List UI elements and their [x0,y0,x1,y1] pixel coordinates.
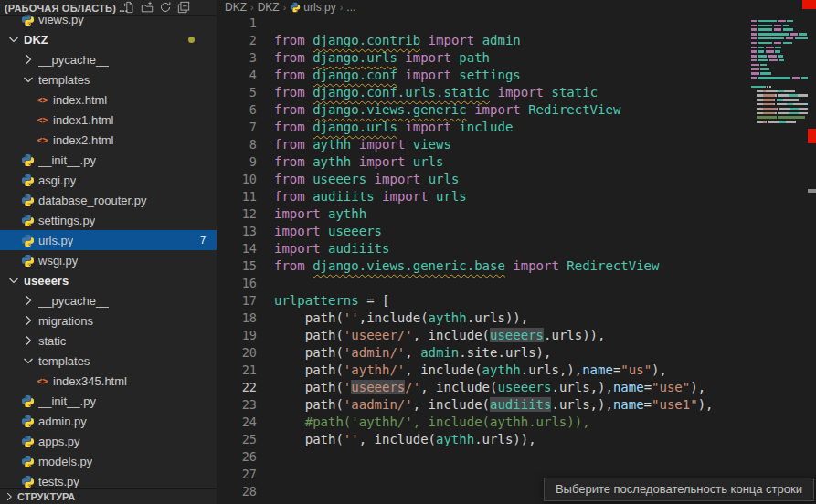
python-file-icon [20,434,36,448]
code-line-3[interactable]: 3from django.urls import path [217,49,747,67]
tree-item-label: migrations [38,314,93,328]
tree-item-models.py[interactable]: models.py [0,451,217,471]
code-text: urlpatterns = [ [274,292,389,310]
line-number: 15 [217,257,257,275]
breadcrumb-separator: › [250,2,254,13]
tree-item-urls.py[interactable]: urls.py7 [0,230,217,250]
line-number: 27 [217,466,257,483]
code-line-20[interactable]: 20 path('admin/', admin.site.urls), [217,344,747,362]
tree-item-templates[interactable]: templates [0,351,217,371]
tree-item-label: index2.html [53,133,113,147]
tree-item-database_roouter.py[interactable]: database_roouter.py [0,190,217,210]
error-marker-mid [808,129,816,143]
code-text: path('useeers/', include(useeers.urls,),… [274,379,705,396]
code-line-23[interactable]: 23 path('aadmin/', include(audiiits.urls… [217,396,747,414]
code-text: from audiiits import urls [274,188,467,205]
breadcrumb-item[interactable]: DKZ [258,1,280,14]
python-file-icon [20,193,36,207]
tree-item-admin.py[interactable]: admin.py [0,411,217,431]
code-line-19[interactable]: 19 path('useeer/', include(useeers.urls)… [217,327,747,344]
breadcrumb-separator: › [283,2,287,13]
tree-item-static[interactable]: static [0,331,217,351]
eol-tooltip-text: Выберите последовательность конца строки [556,482,802,496]
code-text: import aythh [274,205,366,223]
code-line-13[interactable]: 13import useeers [217,223,747,240]
tree-item-index2.html[interactable]: <>index2.html [0,130,217,150]
line-number: 12 [217,205,257,223]
python-file-icon [20,233,36,247]
tree-item-templates[interactable]: templates [0,69,217,89]
overview-ruler[interactable] [808,0,816,504]
chevron-down-icon [5,32,21,47]
code-line-7[interactable]: 7from django.urls import include [217,119,747,136]
python-file-icon [20,173,36,187]
code-line-1[interactable]: 1 [217,15,747,32]
refresh-icon[interactable] [158,0,173,15]
explorer-sidebar: views.pyDKZ__pycache__templates<>index.h… [0,0,217,504]
code-line-8[interactable]: 8from aythh import views [217,136,747,153]
code-area[interactable]: 12from django.contrib import admin3from … [217,15,747,500]
line-number: 6 [217,101,257,119]
code-line-9[interactable]: 9from aythh import urls [217,153,747,171]
breadcrumb-separator: › [340,2,344,13]
code-text: path('aythh/', include(aythh.urls,),name… [274,362,667,379]
code-line-25[interactable]: 25 path('', include(aythh.urls)), [217,431,747,448]
code-line-10[interactable]: 10from useeers import urls [217,171,747,188]
outline-section-header[interactable]: СТРУКТУРА [0,488,217,504]
code-text: path('aadmin/', include(audiiits.urls,),… [274,396,713,414]
tree-item-index345.html[interactable]: <>index345.html [0,371,217,391]
code-line-5[interactable]: 5from django.conf.urls.static import sta… [217,84,747,101]
line-number: 17 [217,292,257,310]
minimap[interactable] [749,15,808,137]
code-text: from django.views.generic.base import Re… [274,257,659,275]
collapse-all-icon[interactable] [176,0,191,15]
tree-item-migrations[interactable]: migrations [0,310,217,331]
chevron-right-icon [3,489,16,504]
python-file-icon [20,152,36,167]
new-folder-icon[interactable] [140,0,154,15]
tree-item-DKZ[interactable]: DKZ [0,29,217,49]
editor-area: DKZ›DKZ›urls.py›... 12from django.contri… [217,0,816,504]
python-file-icon [20,454,36,468]
tree-item-apps.py[interactable]: apps.py [0,431,217,451]
breadcrumb-item[interactable]: ... [346,1,355,14]
line-number: 28 [217,483,257,500]
line-number: 1 [217,15,257,32]
code-line-14[interactable]: 14import audiiits [217,240,747,257]
line-number: 21 [217,362,257,379]
tree-item-__init__.py[interactable]: __init__.py [0,391,217,411]
tree-item-label: __pycache__ [38,53,109,67]
tree-item-index.html[interactable]: <>index.html [0,89,217,110]
code-line-6[interactable]: 6from django.views.generic import Redire… [217,101,747,119]
breadcrumb-item[interactable]: DKZ [225,1,247,14]
code-line-26[interactable]: 26 [217,448,747,466]
code-line-2[interactable]: 2from django.contrib import admin [217,32,747,49]
tree-item-useeers[interactable]: useeers [0,270,217,290]
code-line-17[interactable]: 17urlpatterns = [ [217,292,747,310]
code-line-12[interactable]: 12import aythh [217,205,747,223]
breadcrumb-item[interactable]: urls.py [290,1,335,14]
code-line-24[interactable]: 24 #path('aythh/', include(aythh.urls)), [217,414,747,431]
tree-item-index1.html[interactable]: <>index1.html [0,110,217,130]
code-line-4[interactable]: 4from django.conf import settings [217,67,747,84]
tree-item-label: index.html [53,93,107,107]
code-line-21[interactable]: 21 path('aythh/', include(aythh.urls,),n… [217,362,747,379]
line-number: 18 [217,310,257,327]
tree-item-asgi.py[interactable]: asgi.py [0,170,217,190]
tree-item-__init__.py[interactable]: __init__.py [0,150,217,170]
new-file-icon[interactable] [122,0,136,15]
code-line-16[interactable]: 16 [217,275,747,292]
tree-item-settings.py[interactable]: settings.py [0,210,217,230]
code-line-18[interactable]: 18 path('',include(aythh.urls)), [217,310,747,327]
code-line-15[interactable]: 15from django.views.generic.base import … [217,257,747,275]
tree-item-wsgi.py[interactable]: wsgi.py [0,250,217,270]
line-number: 16 [217,275,257,292]
tree-item-__pycache__[interactable]: __pycache__ [0,49,217,69]
python-file-icon [20,253,36,268]
code-text: from django.conf import settings [274,67,521,84]
code-line-22[interactable]: 22 path('useeers/', include(useeers.urls… [217,379,747,396]
code-text: from useeers import urls [274,171,459,188]
code-line-11[interactable]: 11from audiiits import urls [217,188,747,205]
tree-item-__pycache__[interactable]: __pycache__ [0,290,217,310]
code-text: from aythh import urls [274,153,443,171]
